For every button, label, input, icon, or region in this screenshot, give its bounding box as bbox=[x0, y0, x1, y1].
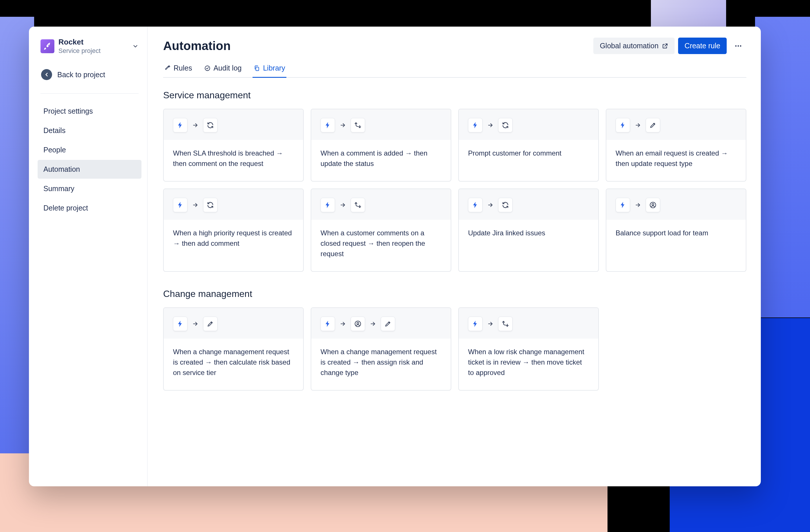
arrow-right-icon bbox=[487, 202, 493, 208]
arrow-right-icon bbox=[192, 202, 198, 208]
automation-template-card[interactable]: Update Jira linked issues bbox=[458, 188, 599, 272]
automation-template-card[interactable]: When an email request is created → then … bbox=[606, 109, 746, 182]
bolt-icon bbox=[468, 118, 483, 132]
arrow-right-icon bbox=[192, 122, 198, 128]
card-description: Prompt customer for comment bbox=[459, 140, 598, 171]
automation-template-card[interactable]: When SLA threshold is breached → then co… bbox=[163, 109, 304, 182]
card-icon-row bbox=[459, 189, 598, 220]
svg-point-0 bbox=[48, 45, 49, 46]
automation-template-card[interactable]: When a comment is added → then update th… bbox=[311, 109, 451, 182]
automation-template-card[interactable]: When a high priority request is created … bbox=[163, 188, 304, 272]
sidebar: Rocket Service project Back to project P… bbox=[29, 27, 148, 486]
arrow-right-icon bbox=[487, 321, 493, 327]
automation-template-card[interactable]: When a customer comments on a closed req… bbox=[311, 188, 451, 272]
card-description: When a change management request is crea… bbox=[311, 338, 451, 390]
arrow-right-icon bbox=[635, 122, 641, 128]
automation-template-card[interactable]: When a change management request is crea… bbox=[163, 307, 304, 390]
arrow-right-icon bbox=[340, 122, 346, 128]
bolt-icon bbox=[173, 317, 188, 331]
back-to-project-link[interactable]: Back to project bbox=[37, 65, 142, 84]
bolt-icon bbox=[468, 198, 483, 212]
main-content: Automation Global automation Create rule bbox=[148, 27, 761, 486]
card-icon-row bbox=[311, 308, 451, 338]
card-description: When a customer comments on a closed req… bbox=[311, 220, 451, 271]
branch-icon bbox=[351, 198, 365, 212]
wand-icon bbox=[164, 65, 171, 71]
card-icon-row bbox=[311, 189, 451, 220]
sidebar-item-people[interactable]: People bbox=[37, 140, 142, 159]
svg-point-2 bbox=[738, 45, 739, 47]
arrow-left-icon bbox=[41, 69, 52, 80]
external-link-icon bbox=[662, 43, 668, 49]
card-description: When an email request is created → then … bbox=[606, 140, 746, 181]
person-icon bbox=[646, 198, 660, 212]
branch-icon bbox=[498, 317, 513, 331]
section-title: Service management bbox=[163, 90, 746, 101]
card-icon-row bbox=[459, 308, 598, 338]
create-rule-button[interactable]: Create rule bbox=[678, 37, 727, 54]
person-icon bbox=[351, 317, 365, 331]
card-grid: When SLA threshold is breached → then co… bbox=[163, 109, 746, 272]
card-description: When a high priority request is created … bbox=[164, 220, 303, 261]
card-description: Update Jira linked issues bbox=[459, 220, 598, 250]
arrow-right-icon bbox=[340, 202, 346, 208]
bolt-icon bbox=[616, 118, 630, 132]
card-description: When a low risk change management ticket… bbox=[459, 338, 598, 390]
arrow-right-icon bbox=[192, 321, 198, 327]
card-grid: When a change management request is crea… bbox=[163, 307, 746, 390]
arrow-right-icon bbox=[487, 122, 493, 128]
card-icon-row bbox=[606, 189, 746, 220]
project-switcher[interactable]: Rocket Service project bbox=[37, 35, 142, 57]
sidebar-item-delete-project[interactable]: Delete project bbox=[37, 199, 142, 217]
tab-library[interactable]: Library bbox=[253, 64, 286, 78]
chevron-down-icon[interactable] bbox=[132, 43, 139, 49]
project-avatar bbox=[40, 39, 54, 53]
more-actions-button[interactable] bbox=[730, 38, 746, 54]
refresh-icon bbox=[498, 118, 513, 132]
rocket-icon bbox=[43, 42, 52, 51]
refresh-icon bbox=[203, 118, 217, 132]
automation-template-card[interactable]: Balance support load for team bbox=[606, 188, 746, 272]
card-icon-row bbox=[606, 109, 746, 140]
bolt-icon bbox=[321, 118, 335, 132]
bolt-icon bbox=[468, 317, 483, 331]
branch-icon bbox=[351, 118, 365, 132]
tabs: RulesAudit logLibrary bbox=[163, 64, 746, 78]
svg-point-1 bbox=[735, 45, 737, 47]
arrow-right-icon bbox=[370, 321, 376, 327]
sidebar-item-summary[interactable]: Summary bbox=[37, 179, 142, 198]
sidebar-item-project-settings[interactable]: Project settings bbox=[37, 102, 142, 120]
back-label: Back to project bbox=[57, 70, 105, 79]
refresh-icon bbox=[203, 198, 217, 212]
page-title: Automation bbox=[163, 39, 230, 53]
tab-rules[interactable]: Rules bbox=[163, 64, 193, 78]
sidebar-item-details[interactable]: Details bbox=[37, 121, 142, 140]
ellipsis-icon bbox=[734, 42, 742, 50]
svg-rect-5 bbox=[256, 67, 259, 70]
automation-template-card[interactable]: Prompt customer for comment bbox=[458, 109, 599, 182]
copy-icon bbox=[254, 65, 260, 71]
card-icon-row bbox=[164, 189, 303, 220]
pencil-icon bbox=[203, 317, 217, 331]
arrow-right-icon bbox=[635, 202, 641, 208]
card-description: When SLA threshold is breached → then co… bbox=[164, 140, 303, 181]
global-automation-button[interactable]: Global automation bbox=[593, 37, 675, 54]
card-icon-row bbox=[311, 109, 451, 140]
pencil-icon bbox=[646, 118, 660, 132]
section-title: Change management bbox=[163, 288, 746, 299]
automation-template-card[interactable]: When a low risk change management ticket… bbox=[458, 307, 599, 390]
refresh-icon bbox=[498, 198, 513, 212]
bolt-icon bbox=[321, 317, 335, 331]
svg-point-9 bbox=[357, 322, 359, 325]
card-description: When a change management request is crea… bbox=[164, 338, 303, 390]
card-icon-row bbox=[164, 109, 303, 140]
card-icon-row bbox=[164, 308, 303, 338]
card-description: When a comment is added → then update th… bbox=[311, 140, 451, 181]
sidebar-item-automation[interactable]: Automation bbox=[37, 160, 142, 179]
check-circle-icon bbox=[204, 65, 211, 71]
pencil-icon bbox=[381, 317, 395, 331]
bolt-icon bbox=[173, 198, 188, 212]
svg-point-4 bbox=[205, 66, 210, 70]
automation-template-card[interactable]: When a change management request is crea… bbox=[311, 307, 451, 390]
tab-audit-log[interactable]: Audit log bbox=[203, 64, 243, 78]
